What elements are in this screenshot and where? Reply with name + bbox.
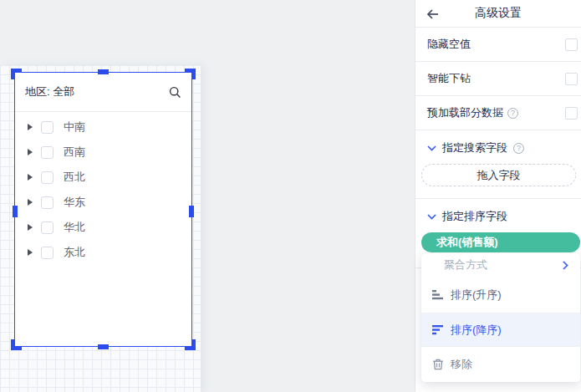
field-context-menu: 聚合方式 排序(升序) xyxy=(421,253,580,382)
tree-item-checkbox[interactable] xyxy=(41,196,54,209)
sort-field-pill[interactable]: 求和(销售额) xyxy=(421,232,580,252)
region-tree: 中南 西南 西北 华东 xyxy=(15,112,191,265)
section-label: 指定搜索字段 xyxy=(442,140,507,155)
chevron-right-icon xyxy=(563,261,568,270)
menu-item-sort-ascending[interactable]: 排序(升序) xyxy=(421,277,580,313)
tree-item-checkbox[interactable] xyxy=(41,146,54,159)
tree-item[interactable]: 华北 xyxy=(15,215,191,240)
resize-handle-top[interactable] xyxy=(98,69,109,74)
section-label: 指定排序字段 xyxy=(442,209,507,224)
smart-drill-checkbox[interactable] xyxy=(565,73,578,85)
tree-item[interactable]: 东北 xyxy=(15,240,191,265)
setting-row-preload: 预加载部分数据 xyxy=(415,96,581,130)
tree-item[interactable]: 华东 xyxy=(15,190,191,215)
setting-label: 智能下钻 xyxy=(427,71,471,86)
resize-handle-bottom-left[interactable] xyxy=(11,339,22,350)
resize-handle-bottom[interactable] xyxy=(98,344,109,349)
design-canvas[interactable]: 地区: 全部 中南 西南 xyxy=(0,0,415,392)
resize-handle-left[interactable] xyxy=(13,206,18,217)
trash-icon xyxy=(432,359,444,370)
help-icon[interactable] xyxy=(507,108,518,119)
menu-item-label: 排序(升序) xyxy=(451,288,502,303)
caret-right-icon[interactable] xyxy=(28,124,33,130)
tree-item-checkbox[interactable] xyxy=(41,171,54,184)
setting-row-smart-drill: 智能下钻 xyxy=(415,62,581,96)
tree-item-label: 华北 xyxy=(64,220,85,235)
filter-widget-header: 地区: 全部 xyxy=(15,73,191,112)
tree-item[interactable]: 西南 xyxy=(15,140,191,165)
caret-right-icon[interactable] xyxy=(28,149,33,155)
tree-item-label: 西南 xyxy=(64,145,85,160)
tree-item-checkbox[interactable] xyxy=(41,247,54,259)
tree-item-checkbox[interactable] xyxy=(41,221,54,234)
tree-item-label: 西北 xyxy=(64,170,85,185)
search-field-section: 指定搜索字段 拖入字段 xyxy=(415,130,581,199)
chevron-down-icon[interactable] xyxy=(427,145,436,151)
menu-item-remove[interactable]: 移除 xyxy=(421,347,580,382)
caret-right-icon[interactable] xyxy=(28,199,33,206)
caret-right-icon[interactable] xyxy=(28,224,33,231)
caret-right-icon[interactable] xyxy=(28,174,33,181)
sort-descending-icon xyxy=(432,325,444,335)
menu-item-aggregation[interactable]: 聚合方式 xyxy=(421,253,580,277)
region-filter-widget[interactable]: 地区: 全部 中南 西南 xyxy=(14,72,192,347)
sort-field-section: 指定排序字段 xyxy=(415,199,581,224)
dashboard-editor: 地区: 全部 中南 西南 xyxy=(0,0,581,392)
setting-label: 隐藏空值 xyxy=(427,37,471,52)
menu-item-label: 聚合方式 xyxy=(444,257,487,272)
panel-header: 高级设置 xyxy=(415,0,581,28)
search-field-section-header[interactable]: 指定搜索字段 xyxy=(427,140,576,155)
tree-item[interactable]: 西北 xyxy=(15,165,191,190)
preload-checkbox[interactable] xyxy=(565,107,578,120)
tree-item-label: 东北 xyxy=(64,245,85,260)
filter-title: 地区: 全部 xyxy=(25,84,74,99)
drop-field-zone[interactable]: 拖入字段 xyxy=(421,164,576,186)
hide-empty-checkbox[interactable] xyxy=(565,38,578,51)
tree-item-label: 中南 xyxy=(64,120,85,135)
menu-item-sort-descending[interactable]: 排序(降序) xyxy=(421,313,580,346)
resize-handle-top-left[interactable] xyxy=(11,69,22,79)
menu-item-label: 排序(降序) xyxy=(451,323,502,338)
menu-item-label: 移除 xyxy=(451,357,472,372)
tree-item-label: 华东 xyxy=(64,195,85,210)
resize-handle-top-right[interactable] xyxy=(185,69,196,79)
advanced-settings-panel: 高级设置 隐藏空值 智能下钻 预加载部分数据 指 xyxy=(415,0,581,392)
tree-item[interactable]: 中南 xyxy=(15,115,191,140)
setting-row-hide-empty: 隐藏空值 xyxy=(415,28,581,62)
panel-title: 高级设置 xyxy=(415,6,581,21)
setting-label: 预加载部分数据 xyxy=(427,105,518,120)
search-icon[interactable] xyxy=(169,86,181,99)
chevron-down-icon[interactable] xyxy=(427,214,436,220)
tree-item-checkbox[interactable] xyxy=(41,121,54,134)
sort-ascending-icon xyxy=(432,290,444,300)
caret-right-icon[interactable] xyxy=(28,249,33,256)
help-icon[interactable] xyxy=(513,143,524,154)
resize-handle-right[interactable] xyxy=(189,206,194,217)
sort-field-section-header[interactable]: 指定排序字段 xyxy=(427,209,576,224)
resize-handle-bottom-right[interactable] xyxy=(185,339,196,350)
